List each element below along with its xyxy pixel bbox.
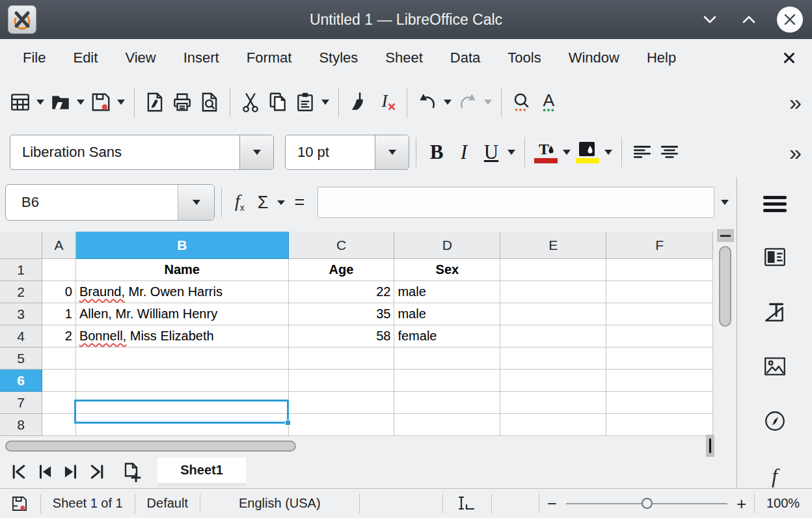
zoom-slider-thumb[interactable] (642, 498, 653, 509)
expand-formula-bar-icon[interactable] (718, 200, 731, 205)
cell-B5[interactable] (76, 348, 289, 370)
redo-icon[interactable] (454, 86, 481, 118)
cell-D8[interactable] (394, 414, 500, 436)
insert-mode-icon[interactable] (451, 495, 483, 512)
row-header-4[interactable]: 4 (0, 325, 42, 348)
row-header-5[interactable]: 5 (0, 348, 42, 370)
cell-E6[interactable] (500, 370, 606, 392)
sidebar-functions-icon[interactable]: f (761, 463, 789, 488)
cell-B2[interactable]: Braund, Mr. Owen Harris (76, 281, 289, 303)
menu-tools[interactable]: Tools (494, 46, 554, 70)
toolbar-overflow-icon[interactable]: » (789, 141, 805, 163)
menu-format[interactable]: Format (233, 46, 306, 70)
row-header-2[interactable]: 2 (0, 281, 42, 303)
cell-E4[interactable] (500, 325, 606, 348)
column-header-F[interactable]: F (606, 232, 713, 259)
cell-D6[interactable] (394, 370, 500, 392)
language-status[interactable]: English (USA) (208, 496, 351, 511)
menu-insert[interactable]: Insert (170, 46, 233, 70)
cell-A5[interactable] (42, 348, 76, 370)
clear-formatting-icon[interactable]: I (373, 86, 400, 118)
sidebar-settings-icon[interactable] (761, 191, 789, 216)
cell-D3[interactable]: male (394, 303, 500, 325)
close-window-icon[interactable] (777, 7, 803, 33)
name-box-dropdown-icon[interactable] (178, 185, 214, 220)
font-color-dropdown-icon[interactable] (560, 136, 573, 169)
cell-E7[interactable] (500, 392, 606, 414)
function-wizard-icon[interactable]: fx (228, 192, 251, 212)
column-header-E[interactable]: E (500, 232, 606, 259)
zoom-in-icon[interactable]: + (737, 495, 746, 512)
horizontal-scrollbar-thumb[interactable] (5, 441, 296, 452)
vertical-scrollbar[interactable] (716, 229, 735, 437)
print-icon[interactable] (169, 86, 196, 118)
underline-button[interactable]: U (478, 136, 505, 169)
menu-styles[interactable]: Styles (305, 46, 372, 70)
export-pdf-icon[interactable] (141, 86, 169, 118)
page-style-status[interactable]: Default (143, 496, 192, 511)
cell-A4[interactable]: 2 (42, 325, 76, 348)
cell-B6-selected[interactable] (76, 370, 289, 392)
zoom-percentage[interactable]: 100% (763, 496, 805, 511)
cell-B8[interactable] (76, 414, 289, 436)
sum-dropdown-icon[interactable] (275, 200, 288, 205)
cell-D4[interactable]: female (394, 325, 500, 348)
find-replace-icon[interactable] (508, 86, 535, 118)
align-center-icon[interactable] (656, 136, 683, 169)
undo-dropdown-icon[interactable] (441, 86, 454, 118)
cell-F7[interactable] (606, 392, 713, 414)
cell-B3[interactable]: Allen, Mr. William Henry (76, 303, 289, 325)
select-all-corner[interactable] (0, 232, 42, 259)
cell-D7[interactable] (394, 392, 500, 414)
vertical-scrollbar-thumb[interactable] (719, 246, 731, 327)
sheet-number-status[interactable]: Sheet 1 of 1 (49, 496, 127, 511)
cell-A2[interactable]: 0 (42, 281, 76, 303)
cell-C6[interactable] (289, 370, 395, 392)
cell-A3[interactable]: 1 (42, 303, 76, 325)
sidebar-properties-icon[interactable] (761, 245, 789, 269)
cell-C1[interactable]: Age (289, 259, 395, 281)
cell-D5[interactable] (394, 348, 500, 370)
cut-icon[interactable] (237, 86, 264, 118)
redo-dropdown-icon[interactable] (481, 86, 494, 118)
cell-C4[interactable]: 58 (289, 325, 395, 348)
menu-help[interactable]: Help (633, 46, 690, 70)
maximize-icon[interactable] (738, 8, 760, 31)
underline-dropdown-icon[interactable] (505, 136, 518, 169)
cell-A7[interactable] (42, 392, 76, 414)
print-preview-icon[interactable] (196, 86, 223, 118)
row-header-8[interactable]: 8 (0, 414, 42, 436)
cell-D1[interactable]: Sex (394, 259, 500, 281)
open-icon[interactable] (47, 86, 74, 118)
font-size-combobox[interactable]: 10 pt (285, 135, 409, 170)
vertical-split-handle[interactable] (717, 229, 734, 242)
sidebar-styles-icon[interactable] (761, 299, 789, 324)
new-spreadsheet-icon[interactable] (7, 86, 34, 118)
new-dropdown-icon[interactable] (34, 86, 47, 118)
cell-E2[interactable] (500, 281, 606, 303)
paste-dropdown-icon[interactable] (319, 86, 332, 118)
last-sheet-icon[interactable] (86, 460, 108, 484)
font-name-combobox[interactable]: Liberation Sans (10, 135, 274, 170)
menu-data[interactable]: Data (437, 46, 494, 70)
font-size-dropdown-icon[interactable] (375, 135, 409, 169)
cell-F4[interactable] (606, 325, 713, 348)
font-name-value[interactable]: Liberation Sans (10, 135, 133, 169)
sidebar-gallery-icon[interactable] (761, 354, 789, 379)
horizontal-split-handle[interactable] (706, 435, 714, 457)
cell-F6[interactable] (606, 370, 713, 392)
cell-B1[interactable]: Name (76, 259, 289, 281)
paste-icon[interactable] (291, 86, 319, 118)
next-sheet-icon[interactable] (60, 460, 82, 484)
zoom-out-icon[interactable]: − (547, 495, 557, 512)
column-header-C[interactable]: C (289, 232, 395, 259)
align-left-icon[interactable] (629, 136, 656, 169)
sum-icon[interactable]: Σ (251, 194, 275, 211)
highlight-color-icon[interactable] (573, 136, 602, 169)
cell-B4[interactable]: Bonnell, Miss Elizabeth (76, 325, 289, 348)
spelling-icon[interactable]: A (535, 86, 563, 118)
formula-icon[interactable]: = (288, 194, 311, 211)
column-header-B[interactable]: B (76, 232, 289, 259)
cell-A6[interactable] (42, 370, 76, 392)
name-box[interactable]: B6 (5, 184, 215, 221)
